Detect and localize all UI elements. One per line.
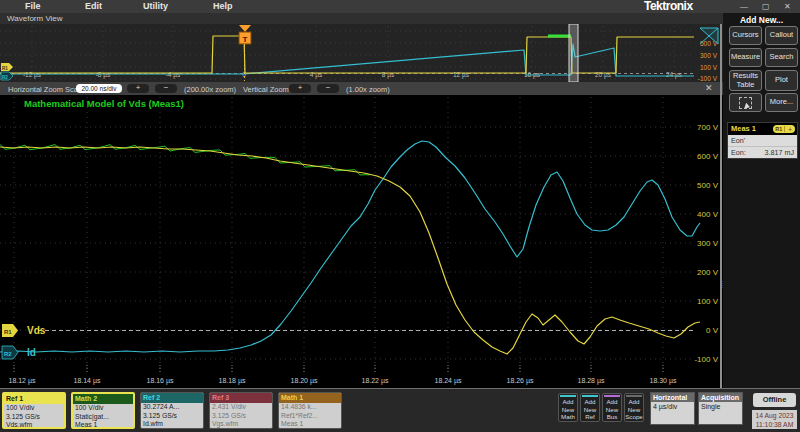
channel-badge-line: 2.431 V/div [210,403,272,412]
add-new-ref-button[interactable]: Add New Ref [580,393,600,422]
cursors-button[interactable]: Cursors [729,26,762,45]
channel-badge-ref2[interactable]: Ref 230.2724 A...3.125 GS/sId.wfm [140,392,204,429]
plot-title: Mathematical Model of Vds (Meas1) [24,98,184,109]
main-x-tick-label: 18.12 µs [9,377,36,385]
menu-edit[interactable]: Edit [85,0,102,13]
menu-file[interactable]: File [25,0,41,13]
channel-badge-ref3[interactable]: Ref 32.431 V/div3.125 GS/sVgs.wfm [209,392,273,429]
add-new-bus-button[interactable]: Add New Bus [602,393,622,422]
main-waveform-panel[interactable]: 700 V600 V500 V400 V300 V200 V100 V0 V-1… [0,95,723,388]
id-trace [0,141,700,352]
close-zoom-icon[interactable]: ✕ [705,83,713,93]
trigger-label: T [243,35,248,44]
add-new-math-button[interactable]: Add New Math [558,393,578,422]
menu-help[interactable]: Help [213,0,233,13]
meas1-expand-icon[interactable]: + [785,126,795,133]
search-button[interactable]: Search [765,48,798,67]
horizontal-scale-value: 4 µs/div [651,402,694,411]
main-x-tick-label: 18.24 µs [435,377,462,385]
channel-badge-line: 30.2724 A... [141,403,203,412]
meas1-source: R1 [773,126,785,132]
panel-splitter[interactable] [720,24,722,388]
channel-badge-title: Math 2 [73,394,133,404]
main-y-tick-label: 400 V [697,210,719,219]
tektronix-logo: Tektronix [644,0,724,13]
channel-badge-line: Id.wfm [141,420,203,429]
measure-button[interactable]: Measure [729,48,762,67]
meas1-results-badge[interactable]: Meas 1 R1 + Eon' Eon: 3.817 mJ [727,122,798,159]
acquisition-mode-value: Single [699,402,742,411]
main-y-tick-label: 300 V [697,239,719,248]
restore-window-icon[interactable]: ▢ [762,0,770,13]
offline-button[interactable]: Offline [753,393,796,407]
main-y-tick-label: 0 V [706,326,719,335]
overview-vds-trace [0,36,694,73]
menu-utility[interactable]: Utility [143,0,168,13]
main-y-tick-label: 100 V [697,297,719,306]
overview-x-tick-label: 20 µs [595,71,612,79]
channel-badge-line: 14.4836 k... [279,403,341,412]
vertical-zoom-label: Vertical Zoom [243,85,289,94]
meas1-row2-label: Eon: [731,147,746,158]
channel-badge-title: Ref 1 [4,394,64,404]
main-x-tick-label: 18.26 µs [507,377,534,385]
meas1-body: Eon' Eon: 3.817 mJ [728,135,797,158]
main-y-tick-label: 500 V [697,181,719,190]
horizontal-zoom-plus-button[interactable]: + [127,84,149,93]
overview-waveform-panel[interactable]: -12 µs-8 µs-4 µs04 µs8 µs12 µs16 µs20 µs… [0,24,723,82]
channel-badge-title: Ref 3 [210,393,272,403]
zoom-window-handle[interactable] [569,24,578,82]
time-text: 11:10:38 AM [752,420,797,429]
channel-badge-line: Ref1*Ref2... [279,412,341,421]
callout-button[interactable]: Callout [765,26,798,45]
draw-button[interactable] [729,93,762,112]
channel-badge-line: Vds.wfm [4,421,64,429]
overview-y-tick-label: -100 V [698,75,718,82]
horizontal-panel[interactable]: Horizontal 4 µs/div [650,392,695,425]
channel-badge-math2[interactable]: Math 2100 V/divStatic|gat...Meas 1 [71,392,135,429]
horizontal-zoom-scale-label: Horizontal Zoom Scale [8,85,84,94]
acquisition-panel[interactable]: Acquisition Single [698,392,743,425]
overview-y-tick-label: 300 V [700,52,718,59]
overview-r2-badge-label: R2 [2,75,8,80]
main-x-tick-label: 18.16 µs [147,377,174,385]
meas1-source-pill: R1 + [773,125,795,133]
zoom-toolbar: Horizontal Zoom Scale 20.00 ns/div + − (… [0,82,723,95]
main-svg: 700 V600 V500 V400 V300 V200 V100 V0 V-1… [0,95,723,388]
overview-x-tick-label: 4 µs [310,71,323,79]
r2-badge-label: R2 [4,351,12,357]
minimize-window-icon[interactable]: — [740,0,748,13]
channel-badge-line: 100 V/div [73,404,133,413]
oscilloscope-app: FileEditUtilityHelp Tektronix —▢✕ Wavefo… [0,0,800,432]
overview-x-tick-label: -12 µs [23,71,42,79]
channel-badge-line: 3.125 GS/s [4,413,64,422]
add-new-scope-button[interactable]: Add New Scope [624,393,644,422]
plot-button[interactable]: Plot [765,70,798,91]
overview-x-tick-label: -8 µs [96,71,111,79]
results-table-button[interactable]: Results Table [729,70,762,91]
overview-svg: -12 µs-8 µs-4 µs04 µs8 µs12 µs16 µs20 µs… [0,24,723,82]
channel-badge-ref1[interactable]: Ref 1100 V/div3.125 GS/sVds.wfm [2,392,66,429]
channel-badge-line: 3.125 GS/s [141,412,203,421]
overview-r1-badge-label: R1 [2,66,8,71]
overview-x-tick-label: 12 µs [453,71,470,79]
close-window-icon[interactable]: ✕ [784,0,791,13]
channel-badge-math1[interactable]: Math 114.4836 k...Ref1*Ref2...Meas 1 [278,392,342,429]
horizontal-zoom-scale-input[interactable]: 20.00 ns/div [76,84,122,93]
tab-waveform-view[interactable]: Waveform View [0,13,723,24]
more-button[interactable]: More... [765,93,798,112]
id-trace-label: Id [27,347,36,358]
vertical-zoom-minus-button[interactable]: − [317,84,339,93]
right-sidebar: Add New... CursorsCalloutMeasureSearchRe… [723,13,800,388]
main-y-tick-label: 200 V [697,268,719,277]
horizontal-zoom-minus-button[interactable]: − [155,84,177,93]
overview-x-tick-label: -4 µs [166,71,181,79]
vds-trace [0,147,700,354]
channel-badge-line: Static|gat... [73,413,133,422]
add-new-math-stripe [560,395,576,397]
main-y-tick-label: -100 V [694,355,718,364]
date-text: 14 Aug 2023 [752,411,797,420]
main-x-tick-label: 18.20 µs [291,377,318,385]
main-x-tick-label: 18.28 µs [578,377,605,385]
vertical-zoom-plus-button[interactable]: + [289,84,311,93]
